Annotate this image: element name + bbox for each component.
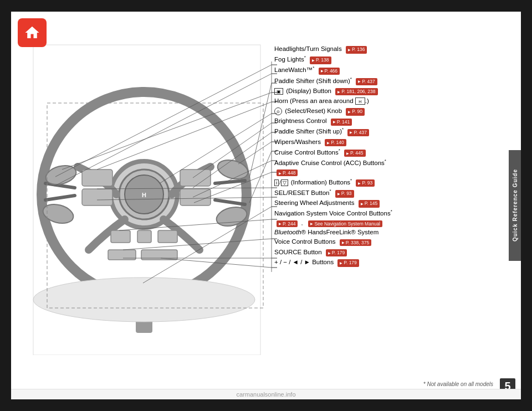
label-wipers: Wipers/Washers P. 140 [274, 138, 504, 147]
svg-line-32 [193, 123, 272, 178]
svg-rect-4 [33, 45, 260, 355]
svg-line-34 [238, 142, 272, 164]
ref-info: P. 93 [356, 179, 375, 187]
label-paddle-down: Paddle Shifter (Shift down)* P. 437 [274, 76, 504, 86]
ref-paddle-down: P. 437 [356, 78, 377, 85]
ref-nav-2: See Navigation System Manual [308, 220, 382, 227]
svg-text:H: H [142, 192, 146, 198]
svg-rect-3 [136, 289, 152, 333]
svg-line-6 [45, 183, 75, 188]
svg-rect-16 [180, 169, 211, 186]
label-steering-adj: Steering Wheel Adjustments P. 145 [274, 199, 504, 208]
ref-acc: P. 448 [277, 169, 298, 176]
svg-line-26 [55, 65, 272, 177]
svg-line-9 [215, 200, 245, 204]
svg-point-11 [216, 157, 250, 182]
svg-point-10 [44, 162, 78, 187]
label-select-reset: ⊙ (Select/Reset) Knob P. 90 [274, 107, 504, 116]
svg-point-1 [111, 161, 177, 228]
svg-line-28 [249, 83, 272, 178]
label-headlights: Headlights/Turn Signals P. 136 [274, 45, 504, 54]
svg-line-41 [119, 219, 272, 230]
home-icon [24, 24, 40, 41]
label-display-button: ▣ (Display) Button P. 181, 206, 238 [274, 87, 504, 96]
ref-select: P. 90 [346, 108, 365, 115]
ref-lanewatch: P. 466 [319, 68, 340, 75]
svg-line-31 [160, 114, 272, 183]
svg-line-8 [215, 181, 245, 183]
svg-rect-22 [158, 230, 177, 243]
svg-line-27 [54, 74, 272, 186]
svg-point-18 [125, 175, 163, 214]
label-nav-voice: Navigation System Voice Control Buttons*… [274, 209, 504, 227]
ref-wipers: P. 140 [325, 139, 346, 146]
svg-point-2 [119, 169, 169, 219]
ref-fog: P. 138 [310, 56, 331, 64]
svg-line-33 [193, 132, 272, 188]
svg-line-42 [123, 239, 272, 250]
label-brightness: Brightness Control P. 141 [274, 117, 504, 126]
label-acc: Adaptive Cruise Control (ACC) Buttons* P… [274, 158, 504, 176]
ref-headlights: P. 136 [346, 46, 367, 53]
svg-line-35 [249, 151, 272, 203]
svg-line-40 [143, 207, 272, 283]
ref-steering-adj: P. 145 [359, 200, 380, 207]
home-button[interactable] [18, 18, 47, 47]
svg-line-38 [97, 188, 272, 189]
label-sel-reset: SEL/RESET Button* P. 93 [274, 188, 504, 198]
label-horn: Horn (Press an area around H.) [274, 97, 504, 106]
svg-rect-21 [137, 230, 151, 243]
labels-container: Headlights/Turn Signals P. 136 Fog Light… [274, 45, 504, 268]
svg-rect-24 [141, 250, 177, 260]
footnote: * Not available on all models [423, 381, 493, 387]
ref-nav-1: P. 244 [277, 220, 298, 227]
ref-cruise: P. 445 [344, 150, 365, 157]
label-plus-minus: + / − / ◄ / ► Buttons P. 179 [274, 258, 504, 267]
svg-line-37 [194, 172, 272, 203]
ref-plus-minus: P. 179 [337, 259, 359, 266]
label-bluetooth: Bluetooth® HandsFreeLink® System Voice C… [274, 228, 504, 246]
label-source: SOURCE Button P. 179 [274, 248, 504, 257]
svg-rect-25 [47, 103, 263, 308]
svg-rect-20 [111, 230, 130, 243]
svg-rect-23 [108, 250, 136, 260]
label-info-buttons: i/▽ (Information) Buttons* P. 93 [274, 178, 504, 187]
ref-display: P. 181, 206, 238 [335, 88, 377, 95]
ref-source: P. 179 [326, 249, 347, 256]
ref-brightness: P. 141 [331, 119, 352, 126]
svg-line-36 [193, 161, 272, 197]
svg-line-7 [45, 196, 75, 200]
ref-bluetooth: P. 338, 375 [340, 239, 371, 246]
label-cruise: Cruise Control Buttons* P. 445 [274, 148, 504, 157]
svg-point-12 [41, 201, 75, 226]
svg-line-30 [97, 102, 272, 169]
svg-point-13 [214, 204, 249, 229]
ref-paddle-up: P. 437 [347, 129, 369, 136]
ref-sel-reset: P. 93 [335, 190, 354, 197]
svg-rect-14 [82, 169, 112, 186]
svg-rect-17 [180, 189, 211, 206]
watermark: carmanualsonline.info [11, 389, 521, 399]
svg-line-29 [62, 93, 272, 169]
svg-line-39 [97, 197, 272, 200]
svg-point-0 [42, 92, 247, 297]
label-fog-lights: Fog Lights* P. 138 [274, 55, 504, 64]
svg-rect-15 [82, 189, 112, 206]
svg-point-5 [33, 278, 255, 322]
main-content: H [11, 12, 521, 399]
label-paddle-up: Paddle Shifter (Shift up)* P. 437 [274, 127, 504, 136]
label-lanewatch: LaneWatch™* P. 466 [274, 65, 504, 75]
svg-line-44 [161, 258, 272, 268]
